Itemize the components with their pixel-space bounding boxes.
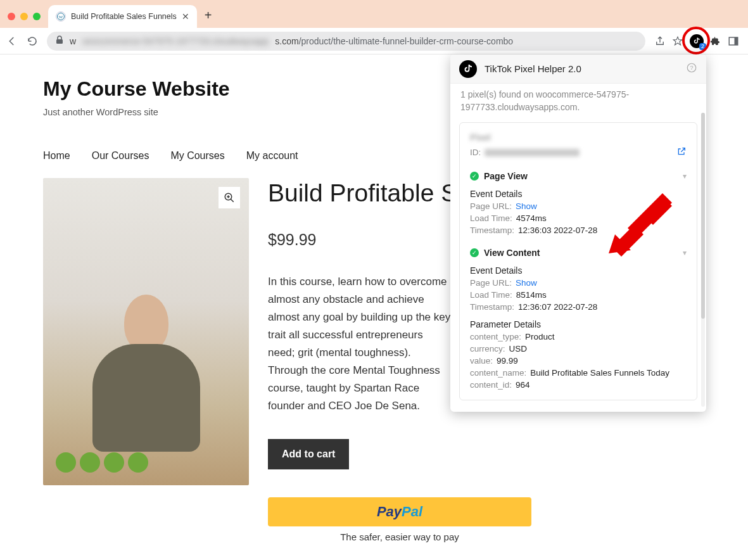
kv-key: Load Time: (470, 213, 512, 223)
add-to-cart-button[interactable]: Add to cart (268, 439, 349, 469)
paypal-button[interactable]: PayPal (268, 497, 531, 526)
svg-text:?: ? (690, 65, 693, 71)
product-description: In this course, learn how to overcome al… (268, 273, 452, 415)
open-external-icon[interactable] (676, 146, 687, 158)
kv-value: 12:36:03 2022-07-28 (518, 226, 597, 235)
kv-value: Product (525, 332, 555, 341)
kv-key: content_name: (470, 368, 526, 378)
kv-key: Page URL: (470, 278, 512, 288)
kv-key: content_type: (470, 332, 521, 341)
menu-my-courses[interactable]: My Courses (170, 150, 224, 162)
window-controls (5, 13, 48, 28)
browser-tab-strip: W Build Profitable Sales Funnels ✕ + (0, 0, 748, 28)
bookmark-star-icon[interactable] (672, 35, 683, 47)
parameter-details-label: Parameter Details (470, 319, 687, 329)
product-image[interactable] (43, 178, 249, 485)
lock-icon (56, 35, 63, 46)
popup-title: TikTok Pixel Helper 2.0 (485, 63, 581, 74)
chevron-down-icon: ▾ (683, 172, 687, 181)
url-host-start: w (70, 36, 76, 46)
wordpress-favicon-icon: W (56, 11, 66, 22)
kv-value: 4574ms (516, 213, 547, 223)
event-details-label: Event Details (470, 265, 687, 276)
paypal-pal-text: Pal (402, 504, 422, 520)
reload-icon[interactable] (27, 35, 38, 47)
svg-rect-2 (56, 39, 63, 44)
share-icon[interactable] (654, 35, 666, 47)
show-link[interactable]: Show (516, 278, 537, 288)
svg-text:W: W (59, 15, 63, 20)
kv-key: currency: (470, 344, 505, 353)
kv-key: value: (470, 356, 493, 366)
person-illustration (89, 295, 203, 459)
tiktok-pixel-popup: TikTok Pixel Helper 2.0 ? 1 pixel(s) fou… (450, 54, 706, 412)
window-minimize[interactable] (20, 13, 28, 20)
kv-key: content_id: (470, 380, 512, 390)
address-bar[interactable]: w woocommerce-547975-1977733.cloudwaysap… (47, 32, 645, 51)
menu-home[interactable]: Home (43, 150, 70, 162)
kv-value: 99.99 (497, 356, 518, 366)
url-domain-suffix: s.com (275, 36, 298, 46)
tab-close-icon[interactable]: ✕ (182, 11, 189, 22)
paypal-safer-text: The safer, easier way to pay (268, 531, 531, 542)
kv-value: 8514ms (516, 290, 547, 300)
sidepanel-icon[interactable] (728, 35, 739, 47)
event-details-label: Event Details (470, 189, 687, 199)
chevron-down-icon: ▾ (683, 248, 687, 257)
extensions-puzzle-icon[interactable] (710, 35, 721, 47)
back-icon[interactable] (6, 35, 18, 47)
event-name: Page View (484, 171, 528, 181)
kv-key: Page URL: (470, 201, 512, 211)
tiktok-pixel-extension-icon[interactable]: 2 (690, 34, 704, 48)
kv-value: Build Profitable Sales Funnels Today (530, 368, 669, 378)
popup-header: TikTok Pixel Helper 2.0 ? (450, 54, 706, 84)
menu-our-courses[interactable]: Our Courses (92, 150, 149, 162)
event-page-view-header[interactable]: ✓ Page View ▾ (470, 171, 687, 181)
kv-value: USD (509, 344, 528, 353)
kv-value: 964 (516, 380, 530, 390)
check-icon: ✓ (470, 172, 479, 181)
new-tab-button[interactable]: + (197, 8, 220, 28)
svg-rect-4 (735, 37, 738, 45)
window-maximize[interactable] (33, 13, 41, 20)
show-link[interactable]: Show (516, 201, 537, 211)
paypal-pay-text: Pay (377, 504, 402, 520)
tiktok-logo-icon (459, 60, 477, 78)
svg-line-6 (231, 199, 234, 202)
browser-toolbar: w woocommerce-547975-1977733.cloudwaysap… (0, 28, 748, 54)
url-host-blur: woocommerce-547975-1977733.cloudwaysapp (82, 36, 269, 46)
kv-key: Load Time: (470, 290, 512, 300)
pixel-name-blur: Pixel (470, 132, 687, 143)
kv-value: 12:36:07 2022-07-28 (518, 302, 597, 312)
pixels-found-text: 1 pixel(s) found on woocommerce-547975-1… (459, 84, 697, 122)
url-path: /product/the-ultimate-funnel-builder-crm… (299, 36, 513, 46)
pixel-id-label: ID: (470, 148, 481, 157)
extension-badge: 2 (699, 43, 706, 50)
zoom-icon[interactable] (219, 187, 240, 208)
popup-scrollbar[interactable] (701, 113, 705, 407)
browser-tab[interactable]: W Build Profitable Sales Funnels ✕ (48, 5, 197, 28)
fruits-illustration (56, 452, 148, 473)
kv-key: Timestamp: (470, 226, 514, 235)
pixel-card: Pixel ID: ✓ Page View ▾ Event Details Pa… (459, 122, 697, 400)
event-view-content-header[interactable]: ✓ View Content ▾ (470, 248, 687, 258)
window-close[interactable] (8, 13, 15, 20)
tab-title: Build Profitable Sales Funnels (71, 12, 177, 21)
help-icon[interactable]: ? (686, 62, 697, 75)
check-icon: ✓ (470, 248, 479, 257)
kv-key: Timestamp: (470, 302, 514, 312)
menu-my-account[interactable]: My account (246, 150, 298, 162)
event-name: View Content (484, 248, 540, 258)
pixel-id-value-blur (485, 149, 580, 156)
